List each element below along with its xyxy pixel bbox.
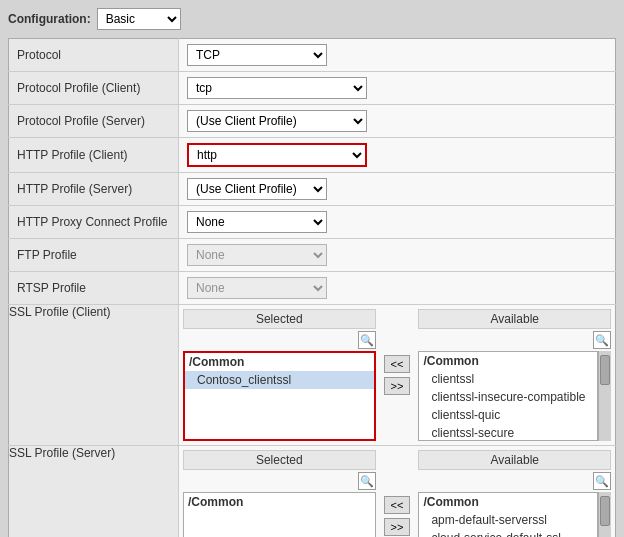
protocol-select[interactable]: TCP UDP	[187, 44, 327, 66]
outer-container: Configuration: Basic Advanced Protocol T…	[0, 0, 624, 537]
ssl-server-label: SSL Profile (Server)	[9, 446, 179, 538]
ssl-client-scrollbar[interactable]	[598, 351, 611, 441]
rtsp-profile-value: None	[179, 272, 616, 305]
ssl-client-move-right-btn[interactable]: >>	[384, 377, 411, 395]
ssl-server-selected-listbox[interactable]: /Common	[183, 492, 376, 537]
http-profile-server-row: HTTP Profile (Server) (Use Client Profil…	[9, 173, 616, 206]
config-select[interactable]: Basic Advanced	[97, 8, 181, 30]
config-bar: Configuration: Basic Advanced	[8, 8, 616, 30]
ssl-client-available-search-row: 🔍	[418, 331, 611, 349]
ssl-server-section: Selected 🔍 /Common << >>	[179, 446, 615, 537]
ssl-server-selected-container: Selected 🔍 /Common	[179, 446, 380, 537]
ssl-server-available-label: Available	[418, 450, 611, 470]
protocol-profile-client-select[interactable]: tcp	[187, 77, 367, 99]
ssl-server-available-item-1[interactable]: cloud-service-default-ssl	[419, 529, 596, 537]
ssl-server-row: SSL Profile (Server) Selected 🔍 /Common	[9, 446, 616, 538]
ftp-profile-label: FTP Profile	[9, 239, 179, 272]
ftp-profile-value: None	[179, 239, 616, 272]
ssl-server-available-search-row: 🔍	[418, 472, 611, 490]
ssl-server-available-listbox[interactable]: /Common apm-default-serverssl cloud-serv…	[418, 492, 597, 537]
ssl-server-available-search-icon[interactable]: 🔍	[593, 472, 611, 490]
protocol-label: Protocol	[9, 39, 179, 72]
http-proxy-value: None	[179, 206, 616, 239]
ssl-client-available-item-0[interactable]: clientssl	[419, 370, 596, 388]
ssl-client-selected-label: Selected	[183, 309, 376, 329]
http-proxy-select[interactable]: None	[187, 211, 327, 233]
ssl-client-selected-listbox[interactable]: /Common Contoso_clientssl	[183, 351, 376, 441]
protocol-profile-server-label: Protocol Profile (Server)	[9, 105, 179, 138]
protocol-profile-server-value: (Use Client Profile)	[179, 105, 616, 138]
protocol-row: Protocol TCP UDP	[9, 39, 616, 72]
ssl-client-scrollbar-thumb	[600, 355, 610, 385]
ssl-server-selected-group: /Common	[184, 493, 375, 511]
ssl-client-selected-item-0[interactable]: Contoso_clientssl	[185, 371, 374, 389]
http-proxy-row: HTTP Proxy Connect Profile None	[9, 206, 616, 239]
ssl-client-section: Selected 🔍 /Common Contoso_clientssl <	[179, 305, 615, 445]
ssl-client-panel: Selected 🔍 /Common Contoso_clientssl <	[179, 305, 615, 445]
ssl-client-value: Selected 🔍 /Common Contoso_clientssl <	[179, 305, 616, 446]
ssl-client-available-container: Available 🔍 /Common clientssl clientssl-…	[414, 305, 615, 445]
ssl-client-buttons: << >>	[380, 305, 415, 445]
ssl-client-label: SSL Profile (Client)	[9, 305, 179, 446]
config-label: Configuration:	[8, 12, 91, 26]
ssl-server-available-container: Available 🔍 /Common apm-default-serverss…	[414, 446, 615, 537]
http-profile-server-value: (Use Client Profile)	[179, 173, 616, 206]
http-profile-server-label: HTTP Profile (Server)	[9, 173, 179, 206]
ssl-client-selected-search-icon[interactable]: 🔍	[358, 331, 376, 349]
http-profile-client-value: http	[179, 138, 616, 173]
protocol-profile-client-label: Protocol Profile (Client)	[9, 72, 179, 105]
ssl-client-available-label: Available	[418, 309, 611, 329]
ssl-client-available-item-2[interactable]: clientssl-quic	[419, 406, 596, 424]
ftp-profile-row: FTP Profile None	[9, 239, 616, 272]
rtsp-profile-label: RTSP Profile	[9, 272, 179, 305]
ssl-server-value: Selected 🔍 /Common << >>	[179, 446, 616, 538]
ssl-client-row: SSL Profile (Client) Selected 🔍 /Common	[9, 305, 616, 446]
ssl-client-move-left-btn[interactable]: <<	[384, 355, 411, 373]
rtsp-profile-select: None	[187, 277, 327, 299]
ssl-client-available-search-icon[interactable]: 🔍	[593, 331, 611, 349]
http-profile-client-label: HTTP Profile (Client)	[9, 138, 179, 173]
ssl-server-scrollbar[interactable]	[598, 492, 611, 537]
ssl-server-scrollbar-thumb	[600, 496, 610, 526]
ssl-server-selected-search-row: 🔍	[183, 472, 376, 490]
ssl-client-selected-group: /Common	[185, 353, 374, 371]
ssl-client-available-listbox[interactable]: /Common clientssl clientssl-insecure-com…	[418, 351, 597, 441]
ssl-client-available-item-3[interactable]: clientssl-secure	[419, 424, 596, 441]
protocol-value: TCP UDP	[179, 39, 616, 72]
http-profile-server-select[interactable]: (Use Client Profile)	[187, 178, 327, 200]
ssl-client-selected-search-row: 🔍	[183, 331, 376, 349]
ssl-client-selected-container: Selected 🔍 /Common Contoso_clientssl	[179, 305, 380, 445]
protocol-profile-client-row: Protocol Profile (Client) tcp	[9, 72, 616, 105]
protocol-profile-client-value: tcp	[179, 72, 616, 105]
ssl-server-panel: Selected 🔍 /Common << >>	[179, 446, 615, 537]
ssl-server-move-left-btn[interactable]: <<	[384, 496, 411, 514]
ssl-client-available-item-1[interactable]: clientssl-insecure-compatible	[419, 388, 596, 406]
http-profile-client-select[interactable]: http	[187, 143, 367, 167]
ssl-server-available-group: /Common	[419, 493, 596, 511]
http-profile-client-row: HTTP Profile (Client) http	[9, 138, 616, 173]
protocol-profile-server-select[interactable]: (Use Client Profile)	[187, 110, 367, 132]
main-table: Protocol TCP UDP Protocol Profile (Clien…	[8, 38, 616, 537]
http-proxy-label: HTTP Proxy Connect Profile	[9, 206, 179, 239]
ssl-server-buttons: << >>	[380, 446, 415, 537]
ftp-profile-select: None	[187, 244, 327, 266]
ssl-client-available-group: /Common	[419, 352, 596, 370]
protocol-profile-server-row: Protocol Profile (Server) (Use Client Pr…	[9, 105, 616, 138]
ssl-server-selected-label: Selected	[183, 450, 376, 470]
ssl-client-available-listbox-wrapper: /Common clientssl clientssl-insecure-com…	[418, 351, 611, 441]
rtsp-profile-row: RTSP Profile None	[9, 272, 616, 305]
ssl-server-available-listbox-wrapper: /Common apm-default-serverssl cloud-serv…	[418, 492, 611, 537]
ssl-server-selected-search-icon[interactable]: 🔍	[358, 472, 376, 490]
ssl-server-available-item-0[interactable]: apm-default-serverssl	[419, 511, 596, 529]
ssl-server-move-right-btn[interactable]: >>	[384, 518, 411, 536]
